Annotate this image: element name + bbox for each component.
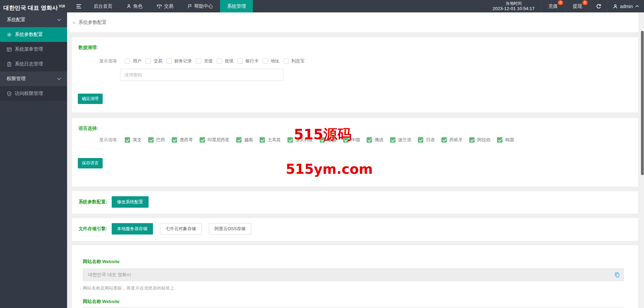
app-logo: 대한민국 대표 영화사V18 [0,0,71,12]
clipboard-icon [7,62,12,67]
checkbox-checked[interactable] [260,137,265,143]
gear-icon [7,32,12,37]
checkbox[interactable] [196,58,201,64]
chevron-down-icon [57,78,61,80]
checkbox-label: 日语 [426,137,435,143]
checkbox-checked[interactable] [125,137,130,143]
nav-dashboard-label: 后台首页 [94,3,112,9]
checkbox-lang-turkey[interactable]: 土耳其 [260,137,281,143]
website-name-input[interactable] [83,268,624,281]
checkbox-checked[interactable] [343,137,348,143]
checkbox-lang-arabic[interactable]: 阿拉伯 [469,137,490,143]
recharge-button[interactable]: 充值 0 [541,0,565,12]
app-version: V18 [59,4,65,8]
checkbox-label: 财务记录 [174,58,192,64]
sidebar-item-label: 系统参数配置 [15,32,43,38]
checkbox-lang-spanish[interactable]: 西班牙 [441,137,463,143]
refresh-button[interactable] [590,0,607,12]
checkbox-lang-china[interactable]: 中国 [343,137,360,143]
sidebar-group-label: 系统配置 [7,17,25,23]
checkbox-label: 提现 [225,58,233,64]
checkbox-lang-thailand[interactable]: 泰国 [320,137,336,143]
checkbox-withdraw[interactable]: 提现 [217,58,233,64]
checkbox[interactable] [166,58,172,64]
local-time-value: 2023-12-01 10:54:17 [493,6,535,11]
scrollbar-thumb[interactable] [641,31,644,175]
sidebar-group-system-config[interactable]: 系统配置 [0,12,67,27]
checkbox-checked[interactable] [287,137,293,143]
checkbox-checked[interactable] [200,137,205,143]
checkbox-checked[interactable] [390,137,395,143]
checkbox-lang-polish[interactable]: 波兰语 [390,137,411,143]
nav-roles[interactable]: 角色 [119,0,150,12]
checkbox[interactable] [237,58,243,64]
checkbox-checked[interactable] [236,137,241,143]
chevron-up-icon [635,5,639,7]
local-time-label: 当地时间 [493,1,535,6]
checkbox[interactable] [283,58,289,64]
checkbox[interactable] [217,58,222,64]
checkbox-lang-brazil[interactable]: 巴西 [148,137,165,143]
collapse-menu-icon[interactable] [71,0,87,12]
checkbox[interactable] [146,58,151,64]
save-language-button[interactable]: 保存语言 [78,158,103,168]
data-clean-checkbox-list: 用户 交易 财务记录 充值 提现 银行卡 地址 利息宝 [125,58,309,64]
storage-engine-label: 文件存储引擎: [78,226,107,232]
checkbox-checked[interactable] [418,137,423,143]
copy-icon[interactable] [614,272,620,277]
checkbox-lang-russian[interactable]: 俄语 [367,137,383,143]
nav-system-management[interactable]: 系统管理 [220,0,253,12]
checkbox-label: 波兰语 [398,137,411,143]
checkbox-lang-korea[interactable]: 韩国 [497,137,514,143]
checkbox-checked[interactable] [497,137,502,143]
sidebar-item-system-params[interactable]: 系统参数配置 [0,27,67,42]
withdraw-button[interactable]: 提现 0 [566,0,590,12]
storage-local-button[interactable]: 本地服务器存储 [112,223,153,235]
system-config-label: 系统参数配置: [78,199,107,205]
checkbox-checked[interactable] [367,137,372,143]
checkbox-checked[interactable] [148,137,154,143]
checkbox-transactions[interactable]: 交易 [146,58,162,64]
user-menu[interactable]: admin [608,0,644,12]
nav-transactions[interactable]: 交易 [150,0,180,12]
checkbox-users[interactable]: 用户 [125,58,142,64]
checkbox-checked[interactable] [469,137,475,143]
clean-password-input[interactable] [120,69,283,81]
storage-aliyun-oss-button[interactable]: 阿里云OSS存储 [209,223,251,235]
checkbox[interactable] [263,58,268,64]
website-name-help: 网站名称及网站图标，将显示在浏览器的标签上 [83,285,624,291]
storage-qiniu-button[interactable]: 七牛云对象存储 [160,223,202,235]
nav-help-center[interactable]: 帮助中心 [180,0,220,12]
checkbox-lang-vietnam[interactable]: 越南 [236,137,253,143]
sidebar-group-label: 权限管理 [7,76,25,82]
checkbox-checked[interactable] [441,137,447,143]
confirm-clean-button[interactable]: 确定清理 [78,94,103,104]
checkbox-checked[interactable] [172,137,177,143]
checkbox-address[interactable]: 地址 [263,58,279,64]
checkbox-lang-australia[interactable]: 澳大利亚 [287,137,313,143]
checkbox-recharge[interactable]: 充值 [196,58,213,64]
checkbox[interactable] [125,58,130,64]
sidebar-group-permissions[interactable]: 权限管理 [0,71,67,86]
website-name-field [83,268,624,281]
checkbox-checked[interactable] [320,137,325,143]
checkbox-lang-mexico[interactable]: 墨西哥 [172,137,193,143]
checkbox-lang-indonesia[interactable]: 印度尼西亚 [200,137,229,143]
sidebar-item-system-menu[interactable]: 系统菜单管理 [0,42,67,57]
page-scrollbar[interactable] [639,12,644,308]
checkbox-interest[interactable]: 利息宝 [283,58,305,64]
sidebar: 系统配置 系统参数配置 系统菜单管理 系统日志管理 权限管理 [0,12,67,308]
modify-system-config-button[interactable]: 修改系统配置 [112,196,149,208]
nav-dashboard[interactable]: 后台首页 [87,0,119,12]
sidebar-item-access-permissions[interactable]: 访问权限管理 [0,86,67,101]
breadcrumb-separator-icon: » [72,19,75,25]
website-name-label-2: 网站名称 Website [83,299,624,304]
language-options-row: 显示选项 英文 巴西 墨西哥 印度尼西亚 越南 土耳其 澳大利亚 泰国 中国 俄… [99,137,521,143]
checkbox-lang-english[interactable]: 英文 [125,137,142,143]
checkbox-finance-records[interactable]: 财务记录 [166,58,192,64]
checkbox-label: 阿拉伯 [477,137,490,143]
user-icon [613,4,618,9]
sidebar-item-system-logs[interactable]: 系统日志管理 [0,57,67,71]
checkbox-bank-card[interactable]: 银行卡 [237,58,259,64]
checkbox-lang-japanese[interactable]: 日语 [418,137,435,143]
